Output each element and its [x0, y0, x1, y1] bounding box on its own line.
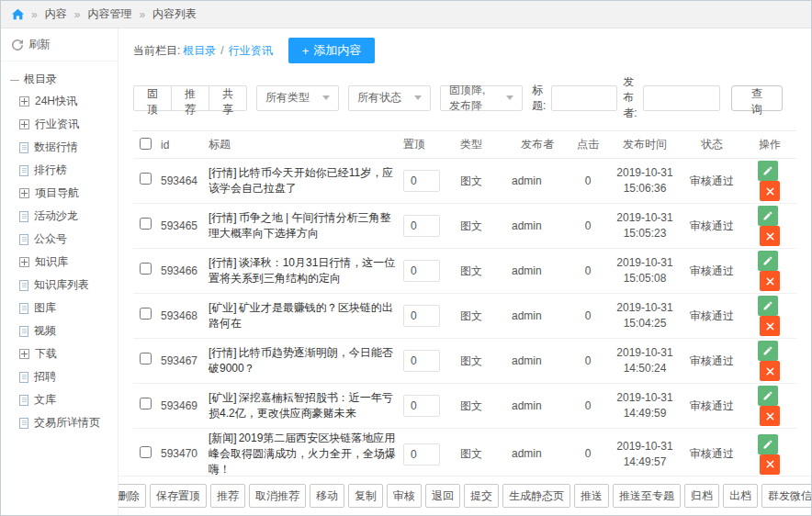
- row-top-input[interactable]: [403, 260, 440, 282]
- sidebar-item[interactable]: 排行榜: [8, 159, 110, 182]
- delete-button[interactable]: [760, 271, 780, 291]
- sidebar-item[interactable]: 图库: [8, 297, 110, 320]
- edit-button[interactable]: [758, 296, 778, 316]
- action-button[interactable]: 提交: [464, 484, 499, 508]
- add-content-button[interactable]: + 添加内容: [288, 38, 376, 63]
- sidebar-item[interactable]: 知识库列表: [8, 274, 110, 297]
- delete-button[interactable]: [760, 454, 780, 475]
- action-button[interactable]: 审核: [387, 484, 422, 508]
- row-top-input[interactable]: [403, 215, 440, 237]
- row-checkbox[interactable]: [140, 353, 152, 365]
- action-button[interactable]: 推荐: [210, 484, 245, 508]
- delete-button[interactable]: [760, 406, 780, 426]
- refresh-button[interactable]: 刷新: [1, 28, 118, 62]
- tree-item-icon: [19, 142, 28, 153]
- row-top-cell: [400, 384, 457, 429]
- action-button[interactable]: 群发微信: [761, 484, 811, 508]
- breadcrumb-item[interactable]: 内容: [45, 6, 67, 22]
- row-clicks: 0: [567, 294, 609, 339]
- delete-button[interactable]: [760, 316, 780, 336]
- row-top-input[interactable]: [403, 443, 440, 466]
- root-category-link[interactable]: 根目录: [183, 43, 216, 59]
- home-icon[interactable]: [12, 8, 24, 20]
- category-tree: 根目录 24H快讯 行业资讯: [1, 62, 118, 442]
- sidebar-item[interactable]: 24H快讯: [8, 90, 110, 113]
- tree-root-item[interactable]: 根目录: [8, 69, 110, 90]
- edit-button[interactable]: [758, 386, 778, 406]
- sidebar-item-label: 招聘: [34, 369, 56, 385]
- action-button[interactable]: 出档: [723, 484, 758, 508]
- row-checkbox[interactable]: [140, 398, 152, 409]
- filter-pin-button[interactable]: 固顶: [133, 85, 172, 111]
- column-header: 置顶: [400, 131, 457, 159]
- chevron-down-icon: [322, 95, 330, 100]
- row-top-input[interactable]: [403, 395, 440, 417]
- row-top-cell: [400, 159, 457, 204]
- tree-item-icon: [19, 165, 28, 176]
- table-row: 593467 [行情]比特币趋势逐渐明朗，今日能否破9000？ 图文 admin…: [133, 339, 796, 384]
- sidebar-item[interactable]: 交易所详情页: [8, 411, 110, 434]
- row-id: 593466: [157, 249, 205, 294]
- row-checkbox[interactable]: [140, 446, 152, 458]
- filter-share-button[interactable]: 共享: [209, 85, 247, 111]
- filter-recommend-button[interactable]: 推荐: [171, 85, 209, 111]
- select-all-checkbox[interactable]: [140, 138, 152, 150]
- current-category-link[interactable]: 行业资讯: [229, 43, 273, 59]
- row-publish-time: 2019-10-31 14:50:24: [609, 339, 681, 384]
- sidebar-item[interactable]: 下载: [8, 342, 110, 365]
- action-button[interactable]: 生成静态页: [502, 484, 570, 508]
- sidebar-item[interactable]: 项目导航: [8, 182, 110, 205]
- row-checkbox[interactable]: [140, 218, 152, 230]
- edit-button[interactable]: [758, 341, 778, 361]
- row-id: 593468: [157, 294, 205, 339]
- delete-button[interactable]: [760, 226, 780, 246]
- title-filter-input[interactable]: [551, 85, 617, 111]
- row-checkbox[interactable]: [140, 308, 152, 320]
- tree-item-icon: [19, 119, 29, 129]
- action-button[interactable]: 移动: [310, 484, 344, 508]
- row-top-input[interactable]: [403, 305, 440, 327]
- sidebar-item[interactable]: 文库: [8, 388, 110, 411]
- action-button[interactable]: 推送至专题: [613, 484, 681, 508]
- edit-button[interactable]: [758, 206, 778, 226]
- sidebar-item[interactable]: 数据行情: [8, 136, 110, 159]
- breadcrumb-item[interactable]: 内容列表: [152, 6, 197, 22]
- delete-button[interactable]: [760, 181, 780, 201]
- action-button[interactable]: 删除: [118, 484, 146, 508]
- edit-button[interactable]: [758, 161, 778, 181]
- row-checkbox[interactable]: [140, 173, 152, 185]
- row-top-input[interactable]: [403, 170, 440, 192]
- search-button[interactable]: 查询: [731, 85, 783, 111]
- action-button[interactable]: 退回: [425, 484, 460, 508]
- refresh-icon: [12, 39, 23, 50]
- collapse-icon[interactable]: [10, 75, 19, 84]
- action-button[interactable]: 保存置顶: [150, 484, 207, 508]
- row-top-input[interactable]: [403, 350, 440, 372]
- edit-button[interactable]: [758, 251, 778, 271]
- sidebar-item[interactable]: 行业资讯: [8, 113, 110, 136]
- chevron-down-icon: [414, 95, 422, 100]
- delete-button[interactable]: [760, 361, 780, 381]
- type-select[interactable]: 所有类型: [256, 85, 339, 111]
- action-button[interactable]: 归档: [684, 484, 719, 508]
- row-actions: [743, 384, 796, 429]
- sort-select[interactable]: 固顶降,发布降: [440, 85, 523, 111]
- sidebar-item[interactable]: 知识库: [8, 251, 110, 274]
- publisher-filter-input[interactable]: [643, 85, 720, 111]
- flag-filter-group: 固顶 推荐 共享: [133, 85, 247, 111]
- status-select[interactable]: 所有状态: [348, 85, 431, 111]
- sidebar-item[interactable]: 视频: [8, 320, 110, 342]
- sidebar-item-label: 24H快讯: [35, 94, 77, 109]
- breadcrumb-item[interactable]: 内容管理: [87, 6, 131, 22]
- action-button[interactable]: 推送: [574, 484, 609, 508]
- sidebar-item[interactable]: 公众号: [8, 228, 110, 251]
- sidebar-item[interactable]: 招聘: [8, 365, 110, 388]
- row-checkbox[interactable]: [140, 263, 152, 275]
- row-title-cell: [行情]谈泽秋：10月31日行情，这一位置将关系到三角结构的定向: [205, 249, 400, 294]
- row-id: 593464: [157, 159, 205, 204]
- action-button[interactable]: 取消推荐: [249, 484, 306, 508]
- sidebar-item-label: 视频: [34, 323, 56, 339]
- action-button[interactable]: 复制: [348, 484, 383, 508]
- edit-button[interactable]: [758, 434, 778, 454]
- sidebar-item[interactable]: 活动沙龙: [8, 205, 110, 228]
